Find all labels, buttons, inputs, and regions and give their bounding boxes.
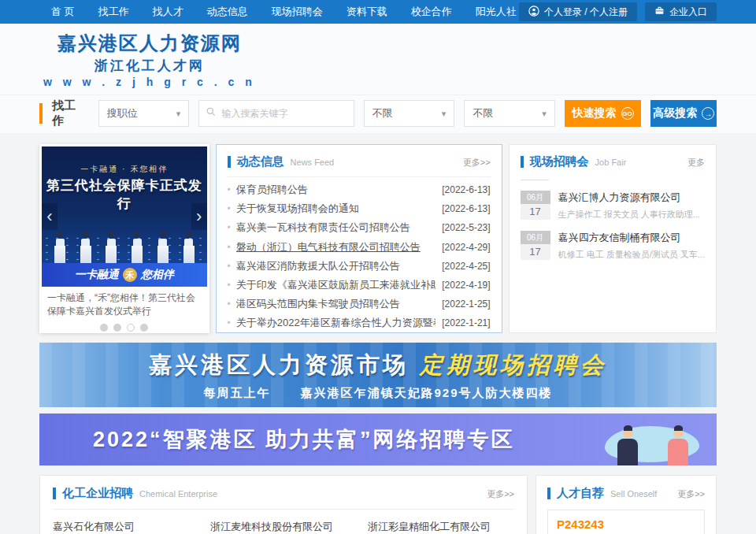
slide-title: 第三代社会保障卡正式发行 [42, 176, 207, 213]
search-input[interactable] [221, 108, 346, 119]
job-fair-banner[interactable]: 嘉兴港区人力资源市场 定期现场招聘会 每周五上午 嘉兴港区乍浦镇天妃路929号人… [39, 343, 717, 407]
chevron-down-icon: ▾ [176, 109, 181, 119]
chem-section-title: 化工企业招聘 [62, 486, 133, 501]
jobfair-jobs: 生产操作工 报关文员 人事行政助理... [558, 209, 700, 221]
orange-accent-bar [39, 103, 43, 124]
jobfair-item[interactable]: 06月 17 嘉兴汇博人力资源有限公司 生产操作工 报关文员 人事行政助理... [521, 191, 705, 221]
news-item[interactable]: •磐动（浙江）电气科技有限公司招聘公告[2022-4-29] [228, 238, 491, 257]
logo-title: 嘉兴港区人力资源网 [43, 31, 256, 56]
banner1-schedule: 每周五上午 [203, 386, 270, 401]
banner1-title-yellow: 定期现场招聘会 [420, 350, 607, 381]
banner1-address: 嘉兴港区乍浦镇天妃路929号人防大楼四楼 [300, 386, 552, 401]
go-icon: GO [621, 107, 634, 120]
site-header: 嘉兴港区人力资源网 浙江化工人才网 w w w . z j h g r c . … [0, 24, 756, 95]
jobfair-more-link[interactable]: 更多 [687, 157, 705, 169]
region-filter-select[interactable]: 不限 ▾ [364, 100, 455, 127]
carousel-next-arrow[interactable]: › [191, 203, 207, 230]
carousel-dots [42, 320, 207, 335]
carousel-prev-arrow[interactable]: ‹ [42, 203, 57, 230]
talent-section-title: 人才自荐 [557, 486, 604, 501]
carousel-caption[interactable]: 一卡融通，“禾”您相伴！第三代社会保障卡嘉兴首发仪式举行 [42, 287, 207, 320]
date-badge: 06月 17 [521, 191, 550, 221]
banner2-illustration [587, 417, 706, 465]
personal-login-button[interactable]: 个人登录 / 个人注册 [519, 2, 637, 21]
news-carousel: 一卡融通 · 禾您相伴 第三代社会保障卡正式发行 一卡融通 禾 您相伴 ‹ [39, 144, 209, 333]
chem-company-card[interactable]: 浙江麦堆科技股份有限公司 销售专员 会计 土建主管 [210, 520, 357, 534]
bullet-icon: • [228, 184, 231, 195]
jobfair-jobs: 机修工 电工 质量检验员/测试员 叉车... [558, 249, 705, 261]
chevron-down-icon: ▾ [542, 109, 547, 119]
news-item[interactable]: •嘉兴美一瓦科技有限责任公司招聘公告[2022-5-23] [228, 218, 491, 237]
bullet-icon: • [228, 222, 231, 233]
divider [521, 180, 549, 180]
news-more-link[interactable]: 更多>> [463, 157, 491, 169]
online-recruitment-banner[interactable]: 2022“智聚港区 助力共富”网络招聘专区 [39, 413, 717, 465]
search-bar: 找工作 搜职位 ▾ 不限 ▾ 不限 ▾ 快速搜索 GO 高级搜索 → [39, 100, 717, 127]
news-section-title: 动态信息 [237, 154, 284, 169]
talent-self-recommendation-panel: 人才自荐 Sell Oneself 更多>> P243243 男 ｜ 嘉兴市>嘉… [536, 475, 717, 534]
job-fair-panel: 现场招聘会 Job Fair 更多 06月 17 嘉兴汇博人力资源有限公司 生产… [509, 144, 717, 333]
banner1-title-white: 嘉兴港区人力资源市场 [149, 350, 409, 381]
nav-job-fair[interactable]: 现场招聘会 [272, 5, 323, 19]
news-item[interactable]: •港区码头范围内集卡驾驶员招聘公告[2022-1-25] [228, 295, 491, 313]
chem-company-card[interactable]: 浙江彩皇精细化工有限公司 普工（制造科） 营业担当 [368, 520, 514, 534]
carousel-dot[interactable] [100, 324, 108, 332]
job-category-select[interactable]: 搜职位 ▾ [98, 100, 190, 127]
jobfair-company[interactable]: 嘉兴四方友信制桶有限公司 [558, 231, 705, 245]
news-feed-panel: 动态信息 News Feed 更多>> •保育员招聘公告[2022-6-13] … [216, 144, 502, 333]
advanced-search-button[interactable]: 高级搜索 → [650, 100, 717, 127]
chem-section-subtitle: Chemical Enterprise [139, 489, 217, 499]
industry-filter-select[interactable]: 不限 ▾ [464, 100, 555, 127]
person-icon [528, 6, 539, 19]
blue-accent-bar [521, 156, 524, 168]
nav-downloads[interactable]: 资料下载 [346, 5, 387, 19]
news-item[interactable]: •嘉兴港区消防救援大队公开招聘公告[2022-4-25] [228, 257, 491, 276]
nav-find-job[interactable]: 找工作 [98, 5, 129, 19]
blue-accent-bar [228, 156, 231, 168]
search-icon [206, 106, 217, 121]
top-navigation-bar: 首 页 找工作 找人才 动态信息 现场招聘会 资料下载 校企合作 阳光人社 个人… [0, 0, 756, 24]
jobfair-section-title: 现场招聘会 [530, 154, 589, 169]
bullet-icon: • [228, 203, 231, 214]
banner2-title: 2022“智聚港区 助力共富”网络招聘专区 [93, 425, 515, 454]
main-nav: 首 页 找工作 找人才 动态信息 现场招聘会 资料下载 校企合作 阳光人社 [51, 5, 517, 19]
chevron-down-icon: ▾ [442, 109, 447, 119]
quick-search-button[interactable]: 快速搜索 GO [565, 100, 642, 127]
nav-find-talent[interactable]: 找人才 [153, 5, 183, 19]
date-badge: 06月 17 [521, 231, 550, 261]
talent-more-link[interactable]: 更多>> [677, 488, 705, 500]
news-item[interactable]: •关于印发《嘉兴港区鼓励新员工来港就业补助操作...[2022-4-19] [228, 276, 491, 295]
keyword-search-field[interactable] [198, 100, 354, 127]
logo-url: w w w . z j h g r c . c n [43, 76, 256, 88]
arrow-right-icon: → [702, 107, 714, 120]
chemical-enterprise-panel: 化工企业招聘 Chemical Enterprise 更多>> 嘉兴石化有限公司… [39, 475, 528, 534]
bullet-icon: • [228, 242, 231, 253]
enterprise-entry-button[interactable]: 企业入口 [645, 2, 717, 21]
nav-sunshine-hr[interactable]: 阳光人社 [476, 5, 517, 19]
blue-accent-bar [53, 488, 56, 499]
briefcase-icon [654, 6, 665, 18]
jobfair-company[interactable]: 嘉兴汇博人力资源有限公司 [558, 191, 700, 205]
site-logo[interactable]: 嘉兴港区人力资源网 浙江化工人才网 w w w . z j h g r c . … [43, 31, 256, 88]
bullet-icon: • [228, 280, 231, 291]
chem-more-link[interactable]: 更多>> [487, 488, 514, 500]
nav-home[interactable]: 首 页 [51, 5, 75, 19]
news-item[interactable]: •关于恢复现场招聘会的通知[2022-6-13] [228, 199, 491, 218]
news-item[interactable]: •关于举办2022年港区新春综合性人力资源暨春风...[2022-1-21] [228, 313, 491, 332]
chem-company-card[interactable]: 嘉兴石化有限公司 工艺员 设备管理 门卫（残疾工） [53, 520, 199, 534]
news-section-subtitle: News Feed [291, 158, 335, 167]
carousel-dot[interactable] [140, 324, 148, 332]
jobfair-item[interactable]: 06月 17 嘉兴四方友信制桶有限公司 机修工 电工 质量检验员/测试员 叉车.… [521, 231, 705, 261]
jobfair-section-subtitle: Job Fair [595, 158, 627, 167]
logo-subtitle: 浙江化工人才网 [43, 57, 256, 75]
nav-news[interactable]: 动态信息 [207, 5, 248, 19]
nav-school-cooperation[interactable]: 校企合作 [411, 5, 452, 19]
news-item[interactable]: •保育员招聘公告[2022-6-13] [228, 180, 491, 199]
carousel-slide[interactable]: 一卡融通 · 禾您相伴 第三代社会保障卡正式发行 一卡融通 禾 您相伴 ‹ [42, 146, 207, 287]
carousel-dot[interactable] [113, 324, 121, 332]
carousel-dot-active[interactable] [127, 324, 135, 332]
slide-tagline: 一卡融通 · 禾您相伴 [42, 164, 207, 175]
talent-card[interactable]: P243243 男 ｜ 嘉兴市>嘉兴港区 ｜ 八年以上 [547, 510, 705, 534]
slide-slogan-band: 一卡融通 禾 您相伴 [42, 263, 207, 287]
talent-code[interactable]: P243243 [557, 517, 695, 531]
